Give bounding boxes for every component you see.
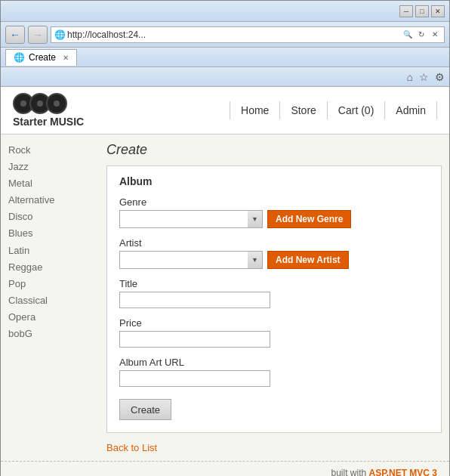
forward-button[interactable]: → bbox=[28, 26, 48, 44]
back-to-list-link[interactable]: Back to List bbox=[106, 442, 157, 453]
minimize-button[interactable]: ─ bbox=[399, 5, 413, 17]
sidebar-item[interactable]: Rock bbox=[8, 142, 99, 159]
address-actions: 🔍 ↻ ✕ bbox=[402, 29, 441, 41]
artist-row: ▼ Add New Artist bbox=[119, 251, 429, 269]
sidebar-item[interactable]: Jazz bbox=[8, 159, 99, 175]
site-header: Starter MUSIC Home Store Cart (0) Admin bbox=[1, 87, 449, 134]
artist-select[interactable] bbox=[119, 251, 263, 269]
site-footer: built with ASP.NET MVC 3 bbox=[1, 461, 449, 476]
refresh-button[interactable]: ↻ bbox=[415, 29, 427, 41]
artist-select-wrap: ▼ bbox=[119, 251, 263, 269]
album-art-label: Album Art URL bbox=[119, 357, 429, 368]
tab-label: Create bbox=[29, 52, 56, 63]
sidebar-item[interactable]: Disco bbox=[8, 209, 99, 225]
maximize-button[interactable]: □ bbox=[415, 5, 429, 17]
back-button[interactable]: ← bbox=[5, 26, 25, 44]
sidebar-item[interactable]: Blues bbox=[8, 225, 99, 242]
title-label: Title bbox=[119, 278, 429, 289]
sidebar-item[interactable]: Alternative bbox=[8, 192, 99, 209]
sidebar-item[interactable]: Latin bbox=[8, 243, 99, 259]
form-panel-title: Album bbox=[119, 175, 429, 187]
title-input[interactable] bbox=[119, 292, 270, 308]
search-button[interactable]: 🔍 bbox=[402, 29, 414, 41]
record-3 bbox=[46, 93, 67, 114]
genre-select-wrap: ▼ bbox=[119, 210, 263, 228]
title-bar: ─ □ ✕ bbox=[1, 1, 449, 22]
form-panel: Album Genre ▼ Add New Genre bbox=[106, 165, 442, 433]
stop-button[interactable]: ✕ bbox=[429, 29, 441, 41]
footer-highlight: ASP.NET MVC 3 bbox=[369, 468, 437, 476]
genre-group: Genre ▼ Add New Genre bbox=[119, 196, 429, 228]
album-art-group: Album Art URL bbox=[119, 357, 429, 387]
page-content: Starter MUSIC Home Store Cart (0) Admin … bbox=[1, 87, 449, 476]
sidebar-item[interactable]: Opera bbox=[8, 309, 99, 326]
genre-row: ▼ Add New Genre bbox=[119, 210, 429, 228]
album-art-input[interactable] bbox=[119, 370, 270, 387]
genre-select[interactable] bbox=[119, 210, 263, 228]
close-button[interactable]: ✕ bbox=[431, 5, 445, 17]
address-bar: ← → 🌐 http://localhost:24... 🔍 ↻ ✕ bbox=[1, 22, 449, 48]
toolbar-bar: ⌂ ☆ ⚙ bbox=[1, 67, 449, 87]
nav-store[interactable]: Store bbox=[280, 101, 327, 119]
site-nav: Home Store Cart (0) Admin bbox=[230, 101, 437, 119]
sidebar-item[interactable]: Classical bbox=[8, 292, 99, 309]
price-label: Price bbox=[119, 317, 429, 329]
create-button[interactable]: Create bbox=[119, 399, 171, 420]
browser-tab[interactable]: 🌐 Create ✕ bbox=[5, 49, 77, 66]
tab-bar: 🌐 Create ✕ bbox=[1, 48, 449, 67]
title-group: Title bbox=[119, 278, 429, 308]
sidebar-item[interactable]: Reggae bbox=[8, 259, 99, 276]
site-logo: Starter MUSIC bbox=[13, 93, 84, 128]
page-icon: 🌐 bbox=[54, 29, 66, 40]
genre-label: Genre bbox=[119, 196, 429, 208]
main-content: Create Album Genre ▼ bbox=[106, 142, 442, 453]
logo-records bbox=[13, 93, 67, 114]
nav-home[interactable]: Home bbox=[230, 101, 280, 119]
page-title: Create bbox=[106, 142, 442, 158]
favorites-icon[interactable]: ☆ bbox=[419, 71, 429, 83]
add-artist-button[interactable]: Add New Artist bbox=[267, 251, 349, 269]
site-title: Starter MUSIC bbox=[13, 116, 84, 128]
footer-text: built with bbox=[331, 468, 369, 476]
artist-group: Artist ▼ Add New Artist bbox=[119, 237, 429, 269]
artist-label: Artist bbox=[119, 237, 429, 249]
sidebar-item[interactable]: Metal bbox=[8, 175, 99, 192]
address-input-wrap: 🌐 http://localhost:24... 🔍 ↻ ✕ bbox=[51, 26, 445, 43]
sidebar: RockJazzMetalAlternativeDiscoBluesLatinR… bbox=[8, 142, 99, 453]
sidebar-item[interactable]: bobG bbox=[8, 326, 99, 342]
nav-admin[interactable]: Admin bbox=[385, 101, 437, 119]
title-bar-buttons: ─ □ ✕ bbox=[399, 5, 445, 17]
settings-icon[interactable]: ⚙ bbox=[435, 71, 445, 83]
add-genre-button[interactable]: Add New Genre bbox=[267, 210, 351, 228]
price-group: Price bbox=[119, 317, 429, 348]
nav-cart[interactable]: Cart (0) bbox=[328, 101, 385, 119]
price-input[interactable] bbox=[119, 331, 270, 348]
tab-icon: 🌐 bbox=[14, 52, 25, 63]
tab-close-button[interactable]: ✕ bbox=[63, 54, 69, 62]
address-text: http://localhost:24... bbox=[67, 29, 400, 40]
main-layout: RockJazzMetalAlternativeDiscoBluesLatinR… bbox=[1, 134, 449, 461]
home-icon[interactable]: ⌂ bbox=[407, 71, 413, 83]
sidebar-item[interactable]: Pop bbox=[8, 276, 99, 292]
